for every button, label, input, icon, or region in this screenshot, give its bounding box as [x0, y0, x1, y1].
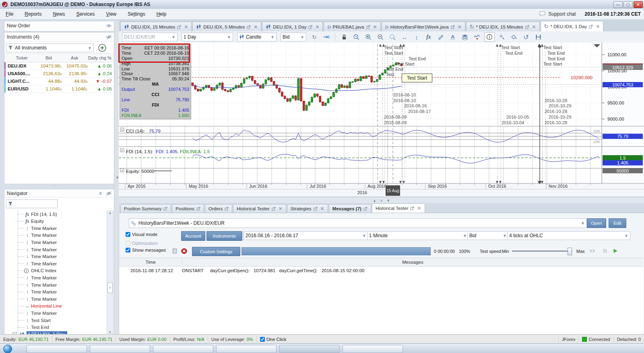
taskbar-window-button[interactable]	[343, 345, 403, 353]
col-time[interactable]: Time	[119, 260, 182, 265]
tree-item-test-end[interactable]: ↕ Test End	[24, 324, 49, 331]
instrument-row[interactable]: LIGHT.C...44.88544.935▼ -0.07	[4, 78, 114, 85]
price-side-select[interactable]: Bid▼	[281, 33, 306, 41]
new-order-panel[interactable]: New Order	[4, 21, 115, 31]
chart-tab-deu-idx-1-day[interactable]: DEU.IDX, 1 Day✕	[262, 22, 323, 31]
popout-icon[interactable]	[525, 25, 529, 29]
crosshair-icon[interactable]	[497, 33, 507, 41]
close-tab-icon[interactable]: ✕	[320, 206, 324, 211]
loop-icon[interactable]: ↺	[521, 33, 531, 41]
clear-log-icon[interactable]	[181, 248, 187, 254]
visual-mode[interactable]: Visual mode	[126, 232, 157, 237]
maximize-button[interactable]: ▢	[623, 1, 633, 8]
add-instrument-button[interactable]	[98, 43, 107, 52]
menu-file[interactable]: File	[0, 11, 19, 17]
eye-off-icon[interactable]	[106, 35, 112, 39]
chart-tab--deu-idx-15-minutes[interactable]: ↻* DEU.IDX, 15 Minutes✕	[466, 22, 540, 31]
taskbar-window-button[interactable]	[90, 345, 150, 353]
popout-icon[interactable]	[314, 207, 318, 211]
popout-icon[interactable]	[247, 25, 251, 29]
popout-icon[interactable]	[163, 207, 167, 211]
speed-slider[interactable]	[512, 250, 572, 252]
show-messages[interactable]: Show messages	[126, 248, 166, 252]
taskbar-window-button[interactable]	[216, 345, 277, 353]
close-tab-icon[interactable]: ✕	[417, 205, 421, 211]
pencil-icon[interactable]	[436, 33, 446, 41]
popout-icon[interactable]	[225, 207, 229, 211]
custom-settings-button[interactable]: Custom Settings	[192, 247, 240, 256]
scroll-down-icon[interactable]: ▼	[107, 330, 113, 334]
period-select[interactable]: 1 Day▼	[182, 33, 233, 41]
refresh-icon[interactable]: ↻	[310, 33, 319, 41]
tree-item-test-start[interactable]: ↕ Test Start	[24, 317, 51, 324]
popout-icon[interactable]	[410, 206, 414, 210]
strategy-select[interactable]: HistoryBarsFilter1Week - DEU.IDX/EUR▼	[129, 218, 587, 228]
chart-canvas[interactable]: 10290.000100-100✕✕✕CCI (14): 75.79FDI (1…	[119, 43, 644, 198]
tree-item-time-marker[interactable]: ↕ Time Marker	[24, 225, 57, 232]
popout-icon[interactable]	[451, 25, 455, 29]
instrument-row[interactable]: EUR/USD1.104601.10461▲ 0.05	[4, 85, 114, 93]
chart-tab-deu-idx-5-minutes[interactable]: DEU.IDX, 5 Minutes✕	[192, 22, 261, 31]
close-tab-icon[interactable]: ✕	[458, 24, 462, 30]
chart-tab--deu-idx-1-day[interactable]: ↻* DEU.IDX, 1 Day✕	[541, 21, 604, 31]
taskbar-window-button[interactable]	[153, 345, 213, 353]
scroll-thumb[interactable]: ≡	[107, 283, 113, 293]
col-header[interactable]: Ask	[62, 55, 87, 60]
col-header[interactable]: Ticker	[4, 55, 36, 60]
bottom-tab-orders[interactable]: Orders	[205, 204, 232, 213]
visual-mode-checkbox[interactable]	[126, 232, 130, 237]
menu-services[interactable]: Services	[70, 11, 100, 17]
edit-button[interactable]: Edit	[609, 218, 626, 228]
zoom-in-icon[interactable]	[363, 33, 373, 41]
chart-type-select[interactable]: Candle▼	[237, 33, 277, 41]
tree-item-time-marker[interactable]: ↕ Time Marker	[24, 274, 57, 281]
message-row[interactable]: 2016-11-08 17:28:12ONSTART dayCurr.getOp…	[119, 267, 643, 274]
popout-icon[interactable]	[177, 25, 181, 29]
chart-bottom-splitter[interactable]: ▲≡▼	[119, 198, 644, 203]
eye-icon[interactable]	[106, 23, 112, 28]
lock-icon[interactable]	[339, 33, 349, 41]
close-tab-icon[interactable]: ✕	[279, 206, 283, 211]
zoom-area-icon[interactable]	[388, 33, 397, 41]
chart-tab-historybarsfilter1week-java[interactable]: {≡HistoryBarsFilter1Week.java✕	[382, 22, 465, 31]
zoom-out-icon[interactable]	[376, 33, 385, 41]
close-tab-icon[interactable]: ✕	[532, 24, 536, 30]
tree-item-time-marker[interactable]: ↕ Time Marker	[24, 289, 57, 296]
account-button[interactable]: Account	[181, 231, 205, 241]
close-tab-icon[interactable]: ✕	[254, 24, 258, 30]
bottom-tab-positions[interactable]: Positions	[172, 204, 204, 213]
instrument-row[interactable]: DEU.IDX10473.98110475.038▲ 0.06	[4, 62, 114, 70]
bottom-tab-historical-tester[interactable]: Historical Tester✕	[233, 204, 286, 213]
step-forward-icon[interactable]	[322, 33, 331, 41]
close-tab-icon[interactable]: ✕	[596, 24, 600, 29]
close-button[interactable]: ✕	[634, 1, 643, 8]
indicators-fx-icon[interactable]: fx	[424, 33, 433, 41]
start-orb[interactable]	[3, 345, 12, 353]
minimize-button[interactable]: —	[613, 1, 623, 8]
tree-item-time-marker[interactable]: ↕ Time Marker	[24, 310, 57, 316]
chart-tab-prueba1-java[interactable]: {≡PRUEBA1.java✕	[324, 22, 380, 31]
taskbar-window-button[interactable]	[27, 345, 87, 353]
one-click-toggle[interactable]: One Click	[257, 337, 290, 342]
tree-item-time-marker[interactable]: ↕ Time Marker	[24, 246, 57, 253]
chart-tab-deu-idx-15-minutes[interactable]: DEU.IDX, 15 Minutes✕	[120, 22, 192, 31]
tree-item-horizontal-line[interactable]: ↔ Horizontal Line	[24, 303, 62, 310]
tree-item-time-marker[interactable]: ↕ Time Marker	[24, 253, 57, 260]
navigator-scrollbar[interactable]: ▲≡▼	[107, 211, 114, 335]
col-header[interactable]: Daily chg %	[87, 55, 114, 60]
tester-period-select[interactable]: 1 Minute▼	[367, 231, 469, 240]
close-tab-icon[interactable]: ✕	[184, 24, 188, 30]
bottom-tab-strategies[interactable]: Strategies✕	[287, 204, 328, 213]
popout-icon[interactable]	[308, 25, 312, 29]
h-resize-icon[interactable]: ↔	[400, 33, 409, 41]
speed-slider-handle[interactable]	[568, 248, 572, 255]
close-tab-icon[interactable]: ✕	[315, 24, 319, 30]
navigator-filter-input[interactable]	[6, 199, 58, 208]
fast-forward-icon[interactable]	[590, 248, 596, 253]
copy-log-icon[interactable]	[172, 248, 177, 254]
popout-icon[interactable]	[363, 207, 367, 211]
scroll-up-icon[interactable]: ▲	[107, 211, 113, 215]
col-header[interactable]: Bid	[36, 55, 62, 60]
menu-news[interactable]: News	[47, 11, 70, 17]
save-icon[interactable]	[533, 33, 543, 41]
